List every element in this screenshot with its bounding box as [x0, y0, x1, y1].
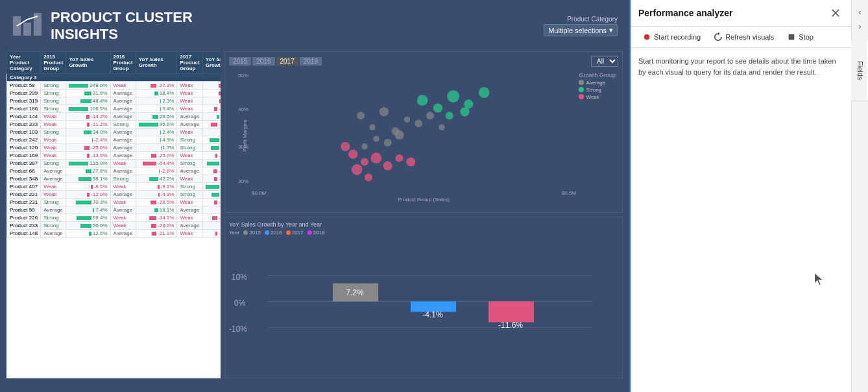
col-header-g15: 2015ProductGroup	[41, 51, 66, 73]
table-cell: Average	[177, 167, 202, 175]
table-cell: Weak	[177, 151, 202, 159]
table-cell: Weak	[41, 143, 66, 151]
year-tab-2015-1[interactable]: 2015	[229, 57, 251, 66]
growth-cell: 69.4%	[66, 214, 110, 221]
table-cell: Product 59	[7, 206, 41, 214]
table-cell: Product 299	[7, 89, 41, 97]
growth-cell: 7.4%	[66, 206, 110, 214]
table-cell: Average	[177, 120, 202, 128]
cursor-icon	[815, 273, 825, 286]
growth-cell: -4.5%	[202, 97, 221, 104]
table-cell: Weak	[41, 136, 66, 143]
table-cell: Average	[41, 206, 66, 214]
table-cell: Product 66	[7, 167, 41, 175]
product-category-filter: Product Category Multiple selections ▾	[544, 16, 618, 36]
table-row: Product 231Strong70.3%Weak-28.5%Weak-15.…	[7, 198, 221, 206]
table-cell: Weak	[41, 120, 66, 128]
table-row: Product 407Weak-8.5%Weak-9.1%Strong64.1%…	[7, 182, 221, 190]
table-cell: Average	[41, 167, 66, 175]
table-cell: Product 103	[7, 128, 41, 136]
growth-cell: 45.7%	[202, 136, 221, 143]
table-cell: Weak	[41, 112, 66, 120]
stop-button[interactable]: Stop	[783, 31, 817, 43]
growth-cell: -11.2%	[66, 120, 110, 128]
table-cell: Weak	[177, 97, 202, 104]
table-cell: Strong	[41, 214, 66, 221]
table-row: Product 186Strong106.5%Average3.4%Weak-1…	[7, 104, 221, 112]
table-cell: Strong	[41, 221, 66, 229]
svg-text:7.2%: 7.2%	[346, 288, 364, 297]
table-row: Product 59Average7.4%Average18.1%Average…	[7, 206, 221, 214]
start-recording-button[interactable]: Start recording	[638, 31, 705, 43]
table-cell: Average	[110, 190, 136, 198]
fields-tab[interactable]: Fields	[854, 40, 867, 101]
svg-point-13	[426, 112, 434, 119]
table-cell: Product 186	[7, 104, 41, 112]
table-row: Product 169Weak-13.6%Average-25.0%Weak-1…	[7, 151, 221, 159]
table-cell: Average	[110, 136, 136, 143]
table-cell: Weak	[41, 182, 66, 190]
product-category-dropdown[interactable]: Multiple selections ▾	[544, 24, 618, 36]
table-cell: Product 221	[7, 190, 41, 198]
growth-cell: -17.8%	[202, 167, 221, 175]
growth-cell: -7.7%	[202, 81, 221, 89]
growth-cell: -9.1%	[136, 182, 177, 190]
growth-cell: 57.1%	[202, 159, 221, 167]
table-row: Product 319Strong49.4%Average2.3%Weak-4.…	[7, 97, 221, 104]
table-row: Product 103Strong34.9%Average2.4%Weak-0.…	[7, 128, 221, 136]
table-row: Product 226Strong69.4%Weak-34.1%Weak-25.…	[7, 214, 221, 221]
refresh-visuals-button[interactable]: Refresh visuals	[710, 31, 778, 43]
growth-cell: 70.3%	[66, 198, 110, 206]
close-icon	[831, 8, 840, 18]
table-cell: Product 144	[7, 112, 41, 120]
table-cell: Average	[110, 229, 136, 237]
growth-cell: -14.2%	[66, 112, 110, 120]
table-cell: Strong	[110, 120, 136, 128]
growth-cell: 12.4%	[202, 112, 221, 120]
table-cell: Weak	[110, 198, 136, 206]
table-cell: Strong	[177, 159, 202, 167]
scatter-content-1: Growth Group Average Strong Weak	[229, 69, 618, 202]
category-header-row: Category 3	[7, 73, 221, 81]
growth-cell: -23.0%	[136, 221, 177, 229]
table-cell: Weak	[177, 128, 202, 136]
year-tab-2016-1[interactable]: 2016	[252, 57, 274, 66]
growth-cell: 50.0%	[66, 221, 110, 229]
growth-cell: 115.9%	[66, 159, 110, 167]
growth-cell: 31.6%	[66, 89, 110, 97]
svg-text:10%: 10%	[232, 272, 247, 281]
growth-cell: -28.5%	[136, 198, 177, 206]
table-cell: Product 348	[7, 175, 41, 182]
table-cell: Product 407	[7, 182, 41, 190]
table-cell: Average	[110, 97, 136, 104]
product-category-label: Product Category	[567, 16, 618, 23]
perf-close-button[interactable]	[828, 5, 843, 21]
nav-prev-button[interactable]: ‹	[853, 5, 867, 19]
table-cell: Average	[110, 112, 136, 120]
perf-body: Start monitoring your report to see deta…	[631, 48, 851, 392]
table-cell: Weak	[177, 89, 202, 97]
table-row: Product 233Strong50.0%Weak-23.0%Average0…	[7, 221, 221, 229]
table-cell: Product 319	[7, 97, 41, 104]
svg-point-25	[383, 161, 392, 170]
nav-next-button[interactable]: ›	[853, 19, 867, 34]
year-tab-2017-1[interactable]: 2017	[276, 57, 298, 66]
svg-point-28	[352, 164, 363, 175]
record-icon	[642, 32, 651, 42]
table-row: Product 58Strong248.0%Weak-27.3%Weak-7.7…	[7, 81, 221, 89]
table-cell: Average	[177, 206, 202, 214]
year-tab-2018-1[interactable]: 2018	[300, 57, 322, 66]
growth-cell: 3.4%	[136, 104, 177, 112]
svg-point-45	[644, 34, 650, 40]
table-cell: Strong	[110, 175, 136, 182]
growth-cell: -25.0%	[202, 214, 221, 221]
table-cell: Strong	[41, 97, 66, 104]
content-grid: 2015 2016 2017 2018 All Growth Group	[6, 51, 623, 378]
svg-text:-10%: -10%	[229, 324, 247, 333]
col-header-v17: YoY SalesGrowth	[202, 51, 221, 73]
svg-point-29	[365, 173, 372, 181]
growth-cell: 2.3%	[136, 97, 177, 104]
table-cell: Weak	[110, 159, 136, 167]
all-dropdown-1[interactable]: All	[591, 56, 618, 67]
x-axis-label-1: Product Group (Sales)	[398, 197, 450, 202]
